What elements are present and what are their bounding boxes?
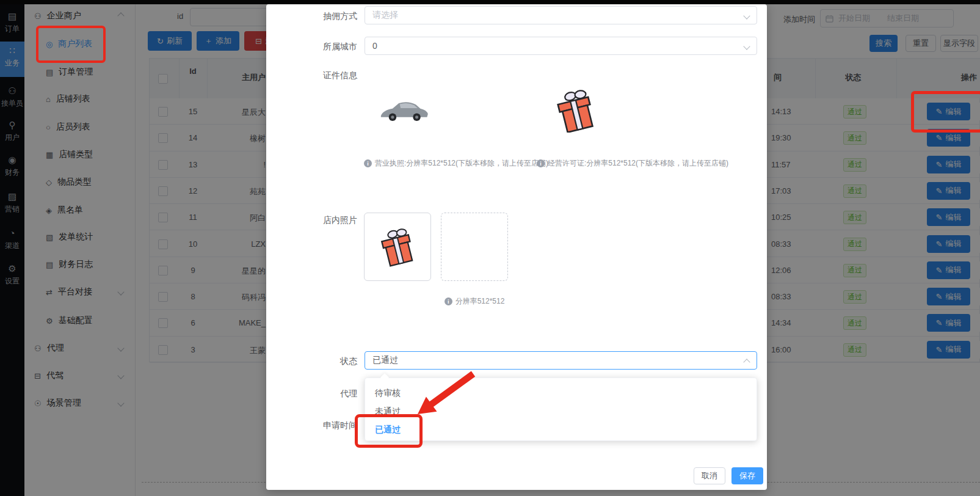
city-label: 所属城市 xyxy=(266,42,357,53)
business-permit-image[interactable] xyxy=(552,89,600,133)
certificates-label: 证件信息 xyxy=(266,70,357,81)
agent-label: 代理 xyxy=(266,388,357,399)
photo-caption-text: 分辨率512*512 xyxy=(456,296,505,307)
city-select[interactable]: 0 xyxy=(365,37,757,55)
permit-caption-text: 经营许可证:分辨率512*512(下版本移除，请上传至店铺) xyxy=(548,158,728,169)
cancel-button[interactable]: 取消 xyxy=(694,467,725,484)
business-license-image[interactable] xyxy=(377,93,431,126)
license-caption-text: 营业执照:分辨率512*512(下版本移除，请上传至店铺) xyxy=(375,158,548,169)
store-photos-label: 店内照片 xyxy=(266,215,357,226)
commission-label: 抽佣方式 xyxy=(266,11,357,22)
apply-time-label: 申请时间 xyxy=(266,420,357,431)
top-bar xyxy=(0,0,980,4)
info-icon: i xyxy=(364,159,372,167)
photo-upload-placeholder[interactable] xyxy=(441,213,508,281)
chevron-down-icon xyxy=(743,12,750,19)
status-select[interactable]: 已通过 xyxy=(365,351,757,370)
store-photo-card[interactable] xyxy=(364,213,431,281)
option-rejected[interactable]: 未通过 xyxy=(366,403,757,421)
status-label: 状态 xyxy=(266,356,357,367)
status-value: 已通过 xyxy=(372,355,398,366)
chevron-down-icon xyxy=(743,43,750,49)
commission-select[interactable]: 请选择 xyxy=(365,6,757,24)
permit-caption: i 经营许可证:分辨率512*512(下版本移除，请上传至店铺) xyxy=(537,158,728,169)
store-photo-image xyxy=(377,224,418,270)
info-icon: i xyxy=(537,159,545,167)
commission-placeholder: 请选择 xyxy=(372,10,398,21)
city-value: 0 xyxy=(372,41,377,51)
info-icon: i xyxy=(445,297,452,305)
option-pending[interactable]: 待审核 xyxy=(366,384,757,403)
option-approved[interactable]: 已通过 xyxy=(366,421,757,439)
photo-caption: i 分辨率512*512 xyxy=(441,296,508,307)
license-caption: i 营业执照:分辨率512*512(下版本移除，请上传至店铺) xyxy=(364,158,548,169)
save-button[interactable]: 保存 xyxy=(731,467,763,484)
chevron-up-icon xyxy=(743,359,750,365)
status-dropdown: 待审核 未通过 已通过 xyxy=(365,377,757,441)
